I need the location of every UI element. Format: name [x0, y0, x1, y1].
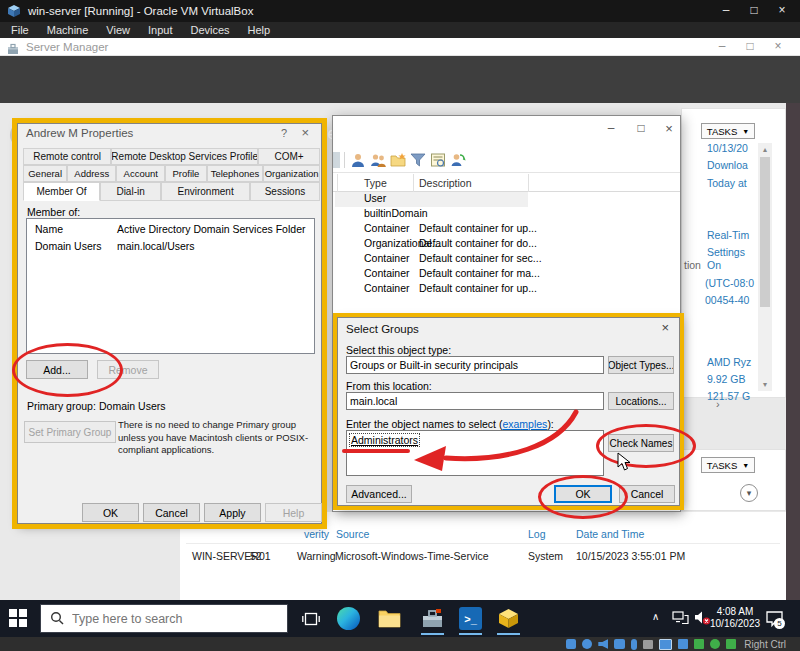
check-names-button[interactable]: Check Names [608, 434, 674, 452]
scroll-up-icon[interactable]: ▴ [758, 145, 772, 154]
list-item[interactable]: Container Default container for ma... [335, 267, 680, 282]
aduc-col-description[interactable]: Description [419, 177, 472, 189]
vbox-audio-icon[interactable] [598, 639, 608, 649]
location-field[interactable]: main.local [346, 392, 604, 410]
list-item[interactable]: Container Default container for up... [335, 222, 680, 237]
powershell-icon[interactable]: >_ [459, 607, 482, 630]
action-center-icon[interactable]: 5 [765, 609, 784, 632]
panel-value-1[interactable]: 10/13/20 [707, 142, 748, 154]
panel-value-4[interactable]: Real-Tim [707, 229, 749, 241]
tray-chevron-icon[interactable]: ∧ [652, 611, 659, 622]
tab-general[interactable]: General [23, 165, 67, 182]
new-user-icon[interactable] [350, 152, 366, 168]
vbox-menu-file[interactable]: File [2, 23, 38, 37]
tab-rds-profile[interactable]: Remote Desktop Services Profile [111, 148, 258, 165]
list-item[interactable]: User [335, 192, 528, 207]
tab-address[interactable]: Address [67, 165, 116, 182]
events-col-log[interactable]: Log [528, 528, 546, 540]
cancel-button[interactable]: Cancel [143, 503, 200, 522]
tasks-button-events[interactable]: TASKS ▼ [701, 457, 755, 473]
add-button[interactable]: Add... [26, 360, 88, 379]
help-button[interactable]: Help [265, 503, 322, 522]
vbox-maximize-button[interactable]: □ [740, 3, 768, 17]
panel-value-2[interactable]: Downloa [707, 159, 748, 171]
tray-clock[interactable]: 4:08 AM 10/16/2023 [710, 606, 760, 630]
vbox-menu-input[interactable]: Input [139, 23, 181, 37]
tab-dial-in[interactable]: Dial-in [100, 182, 161, 201]
panel-value-6[interactable]: On [707, 259, 721, 271]
panel-value-9[interactable]: AMD Ryz [707, 356, 751, 368]
new-ou-icon[interactable] [390, 152, 406, 168]
set-primary-group-button[interactable]: Set Primary Group [24, 421, 116, 443]
sm-minimize-button[interactable]: – [708, 39, 736, 53]
apply-button[interactable]: Apply [204, 503, 261, 522]
scroll-down-icon[interactable]: ▾ [758, 380, 772, 389]
vbox-display-icon[interactable] [659, 639, 672, 650]
cancel-button[interactable]: Cancel [619, 485, 675, 503]
new-group-icon[interactable] [370, 152, 386, 168]
ad-box-icon[interactable] [497, 607, 520, 634]
refresh-user-icon[interactable] [450, 152, 466, 168]
sm-maximize-button[interactable]: □ [736, 39, 764, 53]
object-types-button[interactable]: Object Types... [608, 356, 674, 374]
aduc-maximize-button[interactable]: □ [627, 121, 655, 135]
list-view-icon[interactable] [430, 152, 446, 168]
panel-scrollbar-thumb[interactable] [760, 157, 770, 307]
tab-remote-control[interactable]: Remote control [23, 148, 111, 165]
filter-icon[interactable] [410, 152, 426, 168]
names-textbox[interactable]: Administrators [346, 430, 604, 476]
tasks-button-properties[interactable]: TASKS ▼ [701, 123, 755, 139]
object-type-field[interactable]: Groups or Built-in security principals [346, 356, 604, 374]
vbox-windows-icon[interactable] [678, 639, 688, 649]
vbox-network-icon[interactable] [614, 639, 625, 649]
task-view-icon[interactable] [302, 610, 320, 632]
collapse-chevron-icon[interactable]: ▾ [740, 484, 758, 502]
tab-account[interactable]: Account [116, 165, 165, 182]
search-input[interactable] [70, 611, 274, 627]
tab-sessions[interactable]: Sessions [250, 182, 320, 201]
member-row-name[interactable]: Domain Users [35, 240, 102, 252]
file-explorer-icon[interactable] [378, 608, 401, 632]
aduc-close-button[interactable]: × [655, 121, 683, 136]
vbox-features-icon[interactable] [710, 639, 720, 649]
vbox-minimize-button[interactable]: – [712, 3, 740, 17]
panel-value-11[interactable]: 121.57 G [707, 390, 750, 402]
vbox-updates-icon[interactable] [726, 639, 736, 649]
taskbar-search[interactable] [40, 604, 288, 633]
events-col-severity[interactable]: verity [304, 528, 329, 540]
vbox-menu-devices[interactable]: Devices [181, 23, 238, 37]
vbox-menu-machine[interactable]: Machine [38, 23, 98, 37]
panel-scrollbar[interactable]: ▴ ▾ [758, 143, 772, 391]
panel-value-10[interactable]: 9.92 GB [707, 373, 746, 385]
start-button[interactable] [9, 609, 27, 631]
vbox-shared-folders-icon[interactable] [643, 640, 653, 649]
locations-button[interactable]: Locations... [608, 392, 674, 410]
volume-muted-icon[interactable] [694, 610, 711, 629]
tab-member-of[interactable]: Member Of [23, 182, 100, 201]
tab-environment[interactable]: Environment [161, 182, 250, 201]
network-icon[interactable] [672, 611, 689, 629]
ok-button[interactable]: OK [82, 503, 139, 522]
dialog-help-button[interactable]: ? [281, 127, 287, 139]
tab-organization[interactable]: Organization [263, 165, 320, 182]
list-item[interactable]: builtinDomain [335, 207, 680, 222]
member-of-list[interactable]: Name Active Directory Domain Services Fo… [26, 218, 315, 354]
vbox-menu-view[interactable]: View [97, 23, 139, 37]
vbox-cd-icon[interactable] [582, 639, 592, 649]
aduc-col-type[interactable]: Type [364, 177, 387, 189]
vbox-menu-help[interactable]: Help [239, 23, 280, 37]
events-col-datetime[interactable]: Date and Time [576, 528, 644, 540]
remove-button[interactable]: Remove [97, 360, 159, 379]
panel-value-7[interactable]: (UTC-08:0 [705, 277, 754, 289]
tab-com-plus[interactable]: COM+ [258, 148, 320, 165]
dialog-close-button[interactable]: × [661, 320, 669, 335]
cut-toolbar-icon[interactable] [333, 152, 340, 168]
sm-close-button[interactable]: × [764, 39, 792, 53]
edge-icon[interactable] [337, 607, 360, 630]
panel-value-8[interactable]: 00454-40 [705, 294, 749, 306]
vbox-close-button[interactable]: × [768, 3, 796, 17]
tab-telephones[interactable]: Telephones [207, 165, 264, 182]
server-manager-taskbar-icon[interactable] [421, 607, 444, 634]
advanced-button[interactable]: Advanced... [346, 485, 412, 503]
vbox-recording-icon[interactable] [694, 639, 704, 649]
